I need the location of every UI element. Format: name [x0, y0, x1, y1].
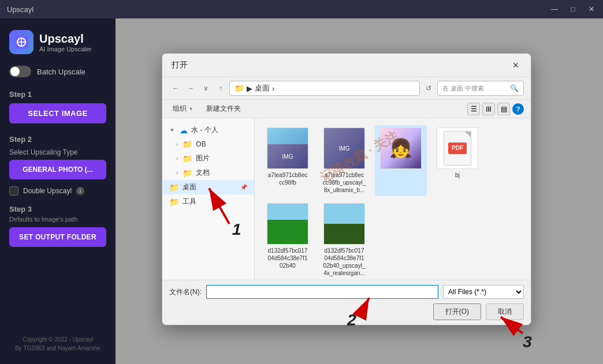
list-item[interactable]: IMG a7tea971cb8eccc98fb [262, 125, 314, 196]
back-button[interactable]: ← [169, 82, 182, 95]
app-window: Upscayl — □ ✕ Upscayl AI Ima [0, 0, 603, 364]
file-thumbnail: IMG [267, 127, 308, 169]
app-subtitle: AI Image Upscaler [39, 46, 91, 52]
batch-upscale-label: Batch Upscale [37, 67, 85, 76]
set-output-folder-button[interactable]: SET OUTPUT FOLDER [9, 227, 106, 247]
help-button[interactable]: ? [512, 103, 524, 115]
step1-title: Step 1 [9, 90, 106, 99]
refresh-button[interactable]: ↺ [422, 82, 435, 95]
batch-upscale-row: Batch Upscale [9, 66, 106, 77]
nav-item-pictures[interactable]: › 📁 图片 [162, 151, 254, 166]
nav-ob-label: OB [196, 140, 206, 148]
nav-pane: ▼ ☁ 水 - 个人 › 📁 OB › 📁 [162, 118, 255, 280]
breadcrumb-path: 桌面 [255, 83, 270, 93]
cloud-icon: ☁ [180, 126, 188, 135]
maximize-button[interactable]: □ [568, 5, 578, 13]
app-name: Upscayl [39, 32, 91, 46]
file-name: d132df57bc01704d584c38e7f102b40_upscayl_… [323, 247, 366, 277]
search-box[interactable]: 在 桌面 中搜索 🔍 [437, 81, 524, 96]
file-thumbnail-landscape [267, 203, 308, 245]
double-upscayl-row: Double Upscayl i [9, 186, 106, 196]
dialog-body: ▼ ☁ 水 - 个人 › 📁 OB › 📁 [162, 118, 531, 280]
breadcrumb: 📁 ▶ 桌面 › [229, 81, 420, 96]
forward-button[interactable]: → [184, 82, 197, 95]
list-item[interactable] [375, 125, 427, 196]
list-item[interactable]: PDF bj [431, 125, 483, 196]
expand-arrow: ▼ [169, 127, 175, 133]
defaults-label: Defaults to Image's path [9, 216, 106, 223]
folder-icon-docs: 📁 [183, 168, 192, 178]
search-icon: 🔍 [510, 84, 519, 92]
file-name: a7tea971cb8eccc98fb [268, 171, 307, 186]
dialog-titlebar: 打开 ✕ [162, 54, 531, 77]
nav-desktop-label: 桌面 [183, 182, 196, 192]
nav-item-cloud[interactable]: ▼ ☁ 水 - 个人 [162, 123, 254, 137]
view-details-button[interactable]: ▤ [497, 103, 510, 115]
file-dialog: 打开 ✕ ← → ∨ ↑ 📁 ▶ 桌面 › [162, 53, 531, 325]
double-upscayl-checkbox[interactable] [9, 186, 18, 196]
nav-item-tools[interactable]: 📁 工具 [162, 194, 254, 209]
close-button[interactable]: ✕ [587, 5, 596, 13]
expand-sub-arrow: › [176, 141, 178, 148]
batch-upscale-toggle[interactable] [9, 66, 31, 77]
copyright-text: Copyright © 2022 - Upscayl By TGS963 and… [9, 335, 106, 352]
filetype-select[interactable]: All Files (*.*) Image Files PNG Files [443, 285, 524, 299]
file-thumbnail-pdf: PDF [437, 127, 478, 169]
list-item[interactable]: d132df57bc01704d584c38e7f102b40_upscayl_… [318, 201, 370, 279]
title-bar: Upscayl — □ ✕ [0, 0, 603, 18]
expand-sub-arrow3: › [176, 170, 178, 176]
breadcrumb-text: ▶ [247, 84, 252, 93]
title-bar-title: Upscayl [7, 5, 34, 14]
step2-title: Step 2 [9, 135, 106, 144]
footer-buttons: 打开(O) 取消 [169, 303, 524, 320]
folder-icon-pictures: 📁 [183, 154, 192, 163]
file-thumbnail: IMG [323, 127, 365, 169]
dialog-close-button[interactable]: ✕ [510, 59, 522, 71]
pin-icon: 📌 [240, 184, 247, 190]
nav-pictures-label: 图片 [196, 153, 210, 163]
dialog-footer: 文件名(N): All Files (*.*) Image Files PNG … [162, 280, 531, 325]
up-button[interactable]: ↑ [214, 82, 227, 95]
filename-input[interactable] [206, 285, 438, 299]
double-upscayl-label: Double Upscayl [23, 187, 72, 195]
cancel-button[interactable]: 取消 [486, 303, 524, 320]
search-placeholder: 在 桌面 中搜索 [442, 84, 484, 93]
open-button[interactable]: 打开(O) [433, 303, 481, 320]
nav-cloud-label: 水 - 个人 [191, 125, 218, 135]
select-upscaling-label: Select Upscaling Type [9, 148, 106, 156]
address-bar: ← → ∨ ↑ 📁 ▶ 桌面 › ↺ 在 桌面 中搜索 [162, 77, 531, 100]
organize-button[interactable]: 组织 ▾ [169, 102, 196, 115]
view-list-button[interactable]: ☰ [467, 103, 480, 115]
nav-item-docs[interactable]: › 📁 文档 [162, 166, 254, 180]
list-item[interactable]: IMG a7tea971cb8eccc98fb_upscayl_8x_ultra… [318, 125, 370, 196]
logo-area: Upscayl AI Image Upscaler [9, 30, 106, 54]
folder-icon-desktop: 📁 [169, 183, 179, 192]
breadcrumb-sep: › [272, 84, 274, 93]
file-name: d132df57bc01704d584c38e7f102b40 [268, 247, 308, 269]
file-thumbnail-forest [323, 203, 365, 245]
folder-icon-tools: 📁 [169, 197, 179, 207]
minimize-button[interactable]: — [550, 5, 559, 13]
new-folder-button[interactable]: 新建文件夹 [203, 102, 244, 115]
app-logo [9, 30, 34, 54]
nav-item-ob[interactable]: › 📁 OB [162, 137, 254, 151]
dropdown-button[interactable]: ∨ [199, 82, 212, 95]
file-name: a7tea971cb8eccc98fb_upscayl_8x_ultramix_… [323, 171, 366, 194]
logo-text: Upscayl AI Image Upscaler [39, 32, 91, 52]
general-photo-button[interactable]: GENERAL PHOTO (... [9, 160, 106, 179]
file-thumbnail-anime [380, 127, 422, 169]
organize-chevron: ▾ [189, 106, 192, 112]
select-image-button[interactable]: SELECT IMAGE [9, 103, 106, 123]
filename-row: 文件名(N): All Files (*.*) Image Files PNG … [169, 285, 524, 299]
list-item[interactable]: d132df57bc01704d584c38e7f102b40 [262, 201, 314, 279]
breadcrumb-folder-icon: 📁 [234, 84, 244, 93]
nav-docs-label: 文档 [196, 168, 210, 178]
expand-sub-arrow2: › [176, 155, 178, 162]
nav-item-desktop[interactable]: 📁 桌面 📌 [162, 180, 254, 194]
view-grid-button[interactable]: ⊞ [482, 103, 495, 115]
info-icon[interactable]: i [76, 187, 84, 195]
sidebar: Upscayl AI Image Upscaler Batch Upscale … [0, 18, 116, 364]
file-name: bj [455, 171, 460, 179]
svg-text:PDF: PDF [452, 145, 463, 151]
step3-title: Step 3 [9, 205, 106, 213]
